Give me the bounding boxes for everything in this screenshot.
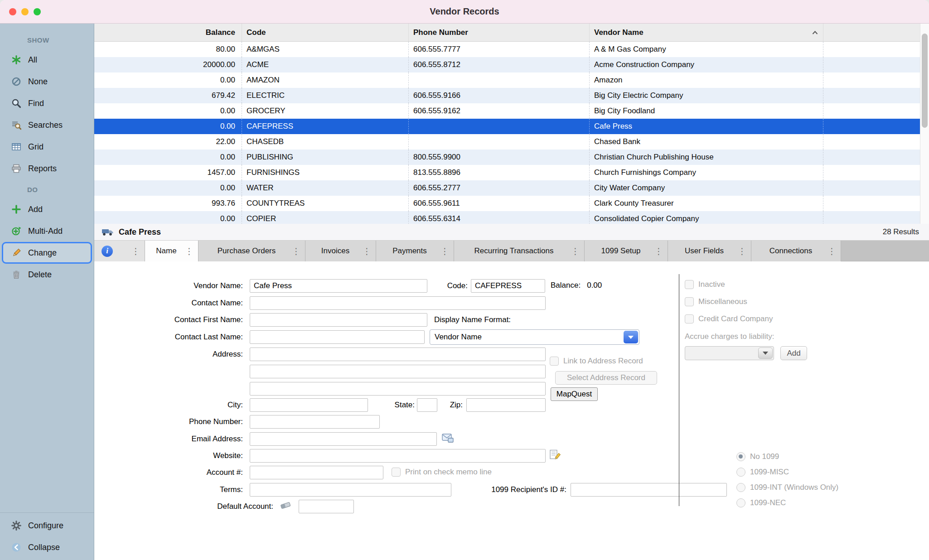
1099-int-radio[interactable] — [736, 483, 745, 492]
tab-label: Name — [152, 246, 180, 256]
table-row[interactable]: 0.00 WATER 606.555.2777 City Water Compa… — [94, 180, 920, 196]
tab-menu-icon[interactable]: ⋮ — [738, 246, 746, 256]
default-account-input[interactable] — [299, 500, 354, 513]
tab-menu-icon[interactable]: ⋮ — [363, 246, 371, 256]
sidebar-item-add[interactable]: Add — [2, 198, 92, 220]
tab-menu-icon[interactable]: ⋮ — [292, 246, 300, 256]
table-row[interactable]: 0.00 AMAZON Amazon — [94, 72, 920, 88]
sidebar-item-change[interactable]: Change — [2, 242, 92, 264]
cell-extra — [823, 57, 920, 72]
email-address-input[interactable] — [250, 432, 437, 446]
zip-input[interactable] — [466, 398, 546, 412]
code-input[interactable] — [471, 279, 545, 293]
print-memo-checkbox[interactable] — [392, 468, 401, 477]
address-line2-input[interactable] — [250, 365, 546, 378]
sidebar-item-all[interactable]: All — [2, 49, 92, 71]
tab-purchase-orders[interactable]: Purchase Orders ⋮ — [198, 241, 305, 261]
cell-vendor: Acme Construction Company — [590, 57, 823, 72]
column-header-balance[interactable]: Balance — [94, 24, 242, 41]
tab-connections[interactable]: Connections ⋮ — [751, 241, 841, 261]
address-line1-input[interactable] — [250, 348, 546, 361]
segment-menu-icon[interactable]: ⋮ — [131, 246, 140, 256]
tab-user-fields[interactable]: User Fields ⋮ — [668, 241, 751, 261]
phone-number-input[interactable] — [250, 415, 380, 429]
vendor-name-input[interactable] — [250, 279, 427, 293]
link-address-record-checkbox[interactable] — [550, 357, 559, 366]
cell-balance: 0.00 — [94, 180, 242, 196]
table-row[interactable]: 0.00 GROCERY 606.555.9162 Big City Foodl… — [94, 103, 920, 119]
tab-label: User Fields — [675, 246, 733, 256]
collapse-chevron-icon — [10, 542, 23, 552]
1099-misc-radio[interactable] — [736, 468, 745, 477]
no-1099-radio[interactable] — [736, 452, 745, 461]
table-row[interactable]: 80.00 A&MGAS 606.555.7777 A & M Gas Comp… — [94, 42, 920, 57]
select-address-record-button[interactable]: Select Address Record — [555, 371, 657, 385]
sidebar-item-searches[interactable]: Searches — [2, 114, 92, 136]
table-row[interactable]: 1457.00 FURNISHINGS 813.555.8896 Church … — [94, 165, 920, 180]
cell-balance: 0.00 — [94, 119, 242, 134]
tab-menu-icon[interactable]: ⋮ — [654, 246, 663, 256]
sidebar-item-configure[interactable]: Configure — [2, 515, 92, 536]
accrue-liability-select[interactable] — [685, 346, 774, 360]
accrue-add-button[interactable]: Add — [780, 346, 807, 360]
tab-1099-setup[interactable]: 1099 Setup ⋮ — [585, 241, 668, 261]
tab-name[interactable]: Name ⋮ — [145, 241, 198, 261]
miscellaneous-checkbox[interactable] — [685, 297, 694, 306]
account-number-input[interactable] — [250, 466, 383, 479]
sidebar-item-label: Grid — [28, 142, 44, 152]
column-header-code[interactable]: Code — [242, 24, 409, 41]
website-icon[interactable] — [549, 449, 561, 463]
tab-menu-icon[interactable]: ⋮ — [571, 246, 580, 256]
sidebar-item-delete[interactable]: Delete — [2, 264, 92, 285]
tab-menu-icon[interactable]: ⋮ — [440, 246, 449, 256]
mapquest-button[interactable]: MapQuest — [551, 387, 598, 401]
table-row[interactable]: 679.42 ELECTRIC 606.555.9166 Big City El… — [94, 88, 920, 103]
recipient-id-input[interactable] — [571, 483, 727, 497]
contact-first-name-input[interactable] — [250, 313, 427, 327]
magnifier-icon — [10, 98, 23, 108]
terms-input[interactable] — [250, 483, 451, 497]
table-row[interactable]: 20000.00 ACME 606.555.8712 Acme Construc… — [94, 57, 920, 72]
cell-balance: 22.00 — [94, 134, 242, 150]
table-row[interactable]: 0.00 COPIER 606.555.6314 Consolidated Co… — [94, 211, 920, 224]
cell-balance: 679.42 — [94, 88, 242, 103]
address-line3-input[interactable] — [250, 382, 546, 396]
credit-card-checkbox[interactable] — [685, 314, 694, 323]
tab-invoices[interactable]: Invoices ⋮ — [305, 241, 376, 261]
record-info-segment[interactable]: i ⋮ — [94, 241, 145, 261]
tab-payments[interactable]: Payments ⋮ — [376, 241, 454, 261]
cell-code: AMAZON — [242, 72, 409, 88]
table-row[interactable]: 0.00 PUBLISHING 800.555.9900 Christian C… — [94, 150, 920, 165]
sidebar-item-none[interactable]: None — [2, 71, 92, 92]
table-row[interactable]: 993.76 COUNTYTREAS 606.555.9611 Clark Co… — [94, 196, 920, 211]
tab-menu-icon[interactable]: ⋮ — [827, 246, 836, 256]
table-row[interactable]: 22.00 CHASEDB Chased Bank — [94, 134, 920, 150]
website-input[interactable] — [250, 449, 546, 463]
window-title: Vendor Records — [0, 6, 929, 17]
display-name-format-select[interactable]: Vendor Name — [430, 329, 639, 345]
no-1099-radio-row: No 1099 — [736, 452, 779, 461]
table-row-selected[interactable]: 0.00 CAFEPRESS Cafe Press — [94, 119, 920, 134]
1099-nec-label: 1099-NEC — [750, 498, 786, 507]
sidebar-item-grid[interactable]: Grid — [2, 136, 92, 158]
column-header-vendor-name[interactable]: Vendor Name — [590, 24, 823, 41]
vertical-scrollbar[interactable] — [920, 24, 929, 224]
contact-name-input[interactable] — [250, 296, 546, 310]
column-header-phone[interactable]: Phone Number — [409, 24, 590, 41]
sidebar-item-find[interactable]: Find — [2, 92, 92, 114]
info-icon[interactable]: i — [102, 246, 113, 257]
email-icon[interactable] — [442, 433, 454, 446]
cell-balance: 80.00 — [94, 42, 242, 57]
contact-last-name-input[interactable] — [250, 330, 425, 344]
link-address-record-checkbox-row: Link to Address Record — [550, 357, 643, 366]
1099-nec-radio[interactable] — [736, 498, 745, 507]
eraser-icon[interactable] — [279, 500, 293, 512]
tab-menu-icon[interactable]: ⋮ — [185, 246, 194, 256]
cell-balance: 0.00 — [94, 150, 242, 165]
sidebar-item-reports[interactable]: Reports — [2, 158, 92, 179]
sidebar-item-collapse[interactable]: Collapse — [2, 536, 92, 558]
scrollbar-thumb[interactable] — [922, 34, 928, 128]
sidebar-item-multi-add[interactable]: Multi-Add — [2, 220, 92, 242]
inactive-checkbox[interactable] — [685, 280, 694, 289]
tab-recurring-transactions[interactable]: Recurring Transactions ⋮ — [454, 241, 585, 261]
